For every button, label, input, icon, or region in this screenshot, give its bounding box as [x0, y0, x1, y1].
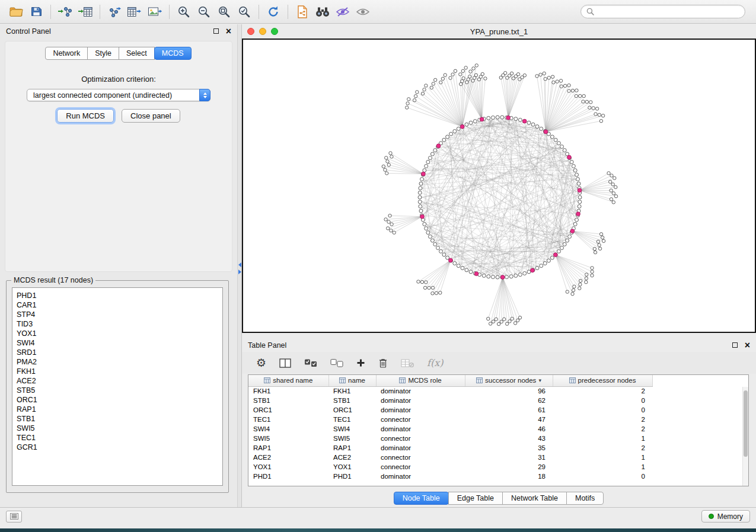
list-item[interactable]: SWI5: [17, 424, 222, 433]
table-cell[interactable]: STB1: [328, 396, 376, 405]
zoom-in-button[interactable]: [174, 3, 194, 21]
delete-column-button[interactable]: [378, 358, 388, 368]
list-item[interactable]: TID3: [17, 319, 222, 329]
list-item[interactable]: GCR1: [17, 443, 222, 452]
table-cell[interactable]: 1: [553, 462, 652, 472]
export-network-button[interactable]: [104, 3, 125, 21]
table-cell[interactable]: SWI4: [328, 424, 376, 434]
column-header-successor-nodes[interactable]: successor nodes▾: [465, 375, 553, 386]
list-item[interactable]: ACE2: [17, 376, 222, 386]
tab-node-table[interactable]: Node Table: [394, 492, 449, 505]
table-cell[interactable]: YOX1: [248, 462, 328, 472]
table-row[interactable]: STB1STB1dominator620: [248, 396, 652, 405]
table-cell[interactable]: RAP1: [248, 443, 328, 453]
tab-style[interactable]: Style: [87, 47, 119, 60]
close-panel-button[interactable]: Close panel: [122, 109, 180, 123]
search-network-button[interactable]: [312, 3, 333, 21]
graphics-details-button[interactable]: [333, 3, 353, 21]
open-session-button[interactable]: [6, 3, 26, 21]
table-cell[interactable]: connector: [376, 415, 465, 424]
table-cell[interactable]: 61: [465, 405, 553, 415]
vertical-splitter[interactable]: [237, 24, 242, 507]
table-cell[interactable]: 35: [465, 443, 553, 453]
table-options-button[interactable]: ⚙: [256, 357, 266, 368]
list-item[interactable]: RAP1: [17, 405, 222, 414]
table-cell[interactable]: SWI5: [328, 434, 376, 443]
window-maximize-icon[interactable]: [271, 28, 278, 35]
table-cell[interactable]: YOX1: [328, 462, 376, 472]
table-cell[interactable]: RAP1: [328, 443, 376, 453]
list-item[interactable]: SRD1: [17, 348, 222, 357]
table-cell[interactable]: ORC1: [248, 405, 328, 415]
table-cell[interactable]: PHD1: [328, 472, 376, 481]
table-cell[interactable]: SWI4: [248, 424, 328, 434]
export-document-button[interactable]: [292, 3, 312, 21]
select-all-button[interactable]: [304, 359, 317, 367]
table-row[interactable]: TEC1TEC1connector472: [248, 415, 652, 424]
list-item[interactable]: SWI4: [17, 338, 222, 348]
tab-network-table[interactable]: Network Table: [502, 492, 567, 505]
column-header-shared-name[interactable]: shared name: [248, 375, 328, 386]
table-cell[interactable]: STB1: [248, 396, 328, 405]
table-cell[interactable]: 0: [553, 396, 652, 405]
column-header-predecessor-nodes[interactable]: predecessor nodes: [553, 375, 652, 386]
zoom-selected-button[interactable]: [234, 3, 254, 21]
table-cell[interactable]: 46: [465, 424, 553, 434]
table-cell[interactable]: dominator: [376, 424, 465, 434]
export-image-button[interactable]: [145, 3, 165, 21]
table-cell[interactable]: 47: [465, 415, 553, 424]
table-cell[interactable]: dominator: [376, 405, 465, 415]
table-cell[interactable]: 0: [553, 472, 652, 481]
tab-edge-table[interactable]: Edge Table: [448, 492, 503, 505]
table-row[interactable]: ORC1ORC1dominator610: [248, 405, 652, 415]
close-table-panel-icon[interactable]: ×: [745, 341, 750, 350]
table-row[interactable]: YOX1YOX1connector291: [248, 462, 652, 472]
add-column-button[interactable]: [356, 358, 365, 367]
table-cell[interactable]: 1: [553, 453, 652, 462]
window-minimize-icon[interactable]: [259, 28, 266, 35]
table-cell[interactable]: 1: [553, 434, 652, 443]
table-cell[interactable]: 62: [465, 396, 553, 405]
search-input[interactable]: [598, 8, 739, 16]
save-session-button[interactable]: [26, 3, 46, 21]
list-item[interactable]: PMA2: [17, 357, 222, 367]
import-network-button[interactable]: [55, 3, 75, 21]
search-box[interactable]: [580, 5, 745, 18]
list-item[interactable]: STP4: [17, 310, 222, 319]
list-item[interactable]: ORC1: [17, 395, 222, 405]
scrollbar-thumb[interactable]: [744, 390, 748, 457]
table-cell[interactable]: 2: [553, 443, 652, 453]
list-item[interactable]: STB5: [17, 386, 222, 395]
column-header-MCDS-role[interactable]: MCDS role: [376, 375, 465, 386]
import-table-button[interactable]: [75, 3, 95, 21]
horizontal-splitter[interactable]: [242, 333, 756, 338]
tab-network[interactable]: Network: [45, 47, 88, 60]
network-canvas[interactable]: [242, 39, 756, 333]
run-mcds-button[interactable]: Run MCDS: [57, 109, 114, 123]
table-cell[interactable]: 96: [465, 386, 553, 396]
table-cell[interactable]: FKH1: [328, 386, 376, 396]
table-cell[interactable]: dominator: [376, 443, 465, 453]
zoom-out-button[interactable]: [194, 3, 214, 21]
table-cell[interactable]: 0: [553, 405, 652, 415]
list-item[interactable]: STB1: [17, 414, 222, 424]
criterion-dropdown[interactable]: largest connected component (undirected): [27, 89, 210, 101]
table-row[interactable]: SWI5SWI5connector431: [248, 434, 652, 443]
table-row[interactable]: FKH1FKH1dominator962: [248, 386, 652, 396]
tab-select[interactable]: Select: [119, 47, 155, 60]
show-hide-panel-button[interactable]: [353, 3, 373, 21]
list-item[interactable]: TEC1: [17, 433, 222, 443]
table-cell[interactable]: FKH1: [248, 386, 328, 396]
deselect-all-button[interactable]: [330, 359, 343, 367]
table-cell[interactable]: dominator: [376, 386, 465, 396]
table-cell[interactable]: connector: [376, 453, 465, 462]
table-cell[interactable]: 43: [465, 434, 553, 443]
column-header-name[interactable]: name: [328, 375, 376, 386]
close-panel-icon[interactable]: ×: [226, 27, 231, 36]
table-cell[interactable]: 31: [465, 453, 553, 462]
memory-button[interactable]: Memory: [701, 510, 750, 523]
table-cell[interactable]: connector: [376, 434, 465, 443]
table-row[interactable]: RAP1RAP1dominator352: [248, 443, 652, 453]
table-cell[interactable]: SWI5: [248, 434, 328, 443]
float-table-panel-icon[interactable]: [732, 342, 738, 348]
